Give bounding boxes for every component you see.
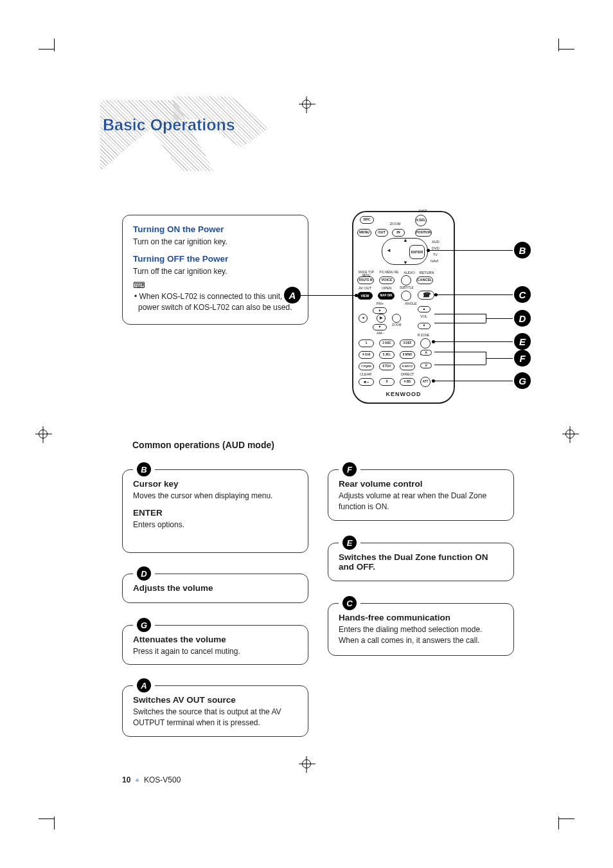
handsfree-t1: Enters the dialing method selection mode… xyxy=(339,624,503,635)
lbl-disp: DISP xyxy=(415,210,431,213)
lbl-audio: AUDIO xyxy=(402,271,416,275)
footer-model: KOS-V500 xyxy=(144,775,181,784)
btn-rzone xyxy=(420,338,431,348)
callout-F: F xyxy=(514,350,531,366)
btn-att: ATT xyxy=(420,377,431,387)
cursor-text: Moves the cursor when displaying menu. xyxy=(133,491,298,502)
lbl-clear: CLEAR xyxy=(360,373,371,377)
lbl-zoom2: ZOOM xyxy=(392,324,401,327)
box-a: A Switches AV OUT source Switches the so… xyxy=(122,685,308,737)
vol-heading: Adjusts the volume xyxy=(133,583,298,593)
lbl-direct: DIRECT xyxy=(401,373,414,377)
key-5: 5 JKL xyxy=(379,351,395,359)
btn-position: POSITION xyxy=(415,229,432,237)
lbl-aud: AUD xyxy=(432,240,440,244)
box-f: F Rear volume control Adjusts volume at … xyxy=(328,469,514,521)
registration-mark-right xyxy=(565,429,574,439)
btn-mapdir: MAP DIR xyxy=(378,292,395,300)
badge-c: C xyxy=(342,596,357,610)
callout-A: A xyxy=(284,287,301,303)
badge-a: A xyxy=(137,678,151,692)
btn-fm: ▲ xyxy=(373,307,387,314)
btn-view: VIEW xyxy=(357,292,373,300)
box-power: Turning ON the Power Turn on the car ign… xyxy=(122,215,308,325)
lbl-rzone: R ZONE xyxy=(418,334,429,338)
key-0: 0 xyxy=(379,378,395,386)
enter-heading: ENTER xyxy=(133,508,298,518)
page-title-wrap: Basic Operations xyxy=(103,116,235,134)
rearvol-text: Adjusts volume at rear when the Dual Zon… xyxy=(339,491,503,513)
key-3: 3 DEF xyxy=(400,339,415,347)
btn-cancel: CANCEL xyxy=(416,276,433,284)
callout-C: C xyxy=(514,286,531,303)
key-star: ✱ + xyxy=(359,378,374,386)
key-1: 1 xyxy=(359,339,374,347)
badge-f: F xyxy=(342,462,357,476)
att-text: Press it again to cancel muting. xyxy=(133,646,298,657)
btn-audio xyxy=(401,275,411,285)
btn-left: ◄ xyxy=(359,314,368,323)
btn-am: ▼ xyxy=(373,324,387,330)
avout-text: Switches the source that is output at th… xyxy=(133,707,298,729)
callout-D: D xyxy=(514,310,531,327)
cursor-heading: Cursor key xyxy=(133,479,298,489)
badge-d: D xyxy=(137,566,151,581)
remote-diagram: SRC DISP V.SEL ZOOM MENU OUT IN POSITION… xyxy=(333,211,526,410)
btn-out: OUT xyxy=(375,229,388,237)
section-common: Common operations (AUD mode) xyxy=(132,440,274,450)
btn-src: SRC xyxy=(360,216,374,224)
remote-outline: SRC DISP V.SEL ZOOM MENU OUT IN POSITION… xyxy=(352,211,455,404)
registration-mark-left xyxy=(39,429,48,439)
key-4: 4 GHI xyxy=(359,351,374,359)
page-title: Basic Operations xyxy=(103,116,235,134)
power-off-text: Turn off the car ignition key. xyxy=(133,266,298,277)
badge-e: E xyxy=(342,536,357,550)
btn-menu: MENU xyxy=(357,229,371,237)
lbl-navi: NAVI xyxy=(431,260,438,264)
lbl-am: AM− xyxy=(377,332,384,336)
lbl-open: OPEN xyxy=(382,287,392,291)
page-content: Basic Operations Turning ON the Power Tu… xyxy=(58,51,555,817)
power-on-text: Turn on the car ignition key. xyxy=(133,237,298,248)
btn-playpause: ▶ xyxy=(377,314,386,323)
badge-g: G xyxy=(137,618,151,632)
btn-phone: ☎ xyxy=(418,291,434,300)
handsfree-t2: When a call comes in, it answers the cal… xyxy=(339,635,503,646)
lbl-avout: AV OUT xyxy=(359,287,371,291)
callout-E: E xyxy=(514,333,531,350)
btn-rvolup: ∧ xyxy=(420,350,432,356)
box-e: E Switches the Dual Zone function ON and… xyxy=(328,543,514,581)
remote-brand: KENWOOD xyxy=(353,391,454,397)
power-on-heading: Turning ON the Power xyxy=(133,224,298,234)
dualzone-heading: Switches the Dual Zone function ON and O… xyxy=(339,552,503,572)
power-off-heading: Turning OFF the Power xyxy=(133,254,298,264)
key-2: 2 ABC xyxy=(379,339,395,347)
key-7: 7 PQRS xyxy=(359,363,374,370)
lbl-vol: VOL xyxy=(420,315,427,319)
handsfree-heading: Hands-free communication xyxy=(339,613,503,622)
page-number: 10 xyxy=(122,775,130,784)
page-footer: 10 ● KOS-V500 xyxy=(122,775,181,784)
lbl-fm: FM+ xyxy=(377,302,384,306)
lbl-angle: ANGLE xyxy=(405,302,417,306)
rearvol-heading: Rear volume control xyxy=(339,479,503,489)
key-hash: # BS xyxy=(400,378,415,386)
btn-rvoldn: ∨ xyxy=(420,363,432,368)
btn-routem: ROUTE M xyxy=(357,276,374,284)
badge-b: B xyxy=(137,462,151,476)
key-8: 8 TUV xyxy=(379,363,395,370)
att-heading: Attenuates the volume xyxy=(133,635,298,644)
callout-G: G xyxy=(514,372,531,389)
key-6: 6 MNO xyxy=(400,351,415,359)
btn-right xyxy=(392,314,401,323)
lbl-subtitle: SUBTITLE xyxy=(400,287,414,290)
enter-text: Enters options. xyxy=(133,520,298,530)
box-g: G Attenuates the volume Press it again t… xyxy=(122,625,308,665)
box-d: D Adjusts the volume xyxy=(122,574,308,603)
box-b: B Cursor key Moves the cursor when displ… xyxy=(122,469,308,553)
btn-voldn: ▼ xyxy=(418,323,431,329)
btn-subtitle xyxy=(401,291,411,301)
key-9: 9 WXYZ xyxy=(400,363,415,370)
dpad: ▲ ▼ ◄ ENTER xyxy=(382,238,428,265)
btn-in: IN xyxy=(392,229,405,237)
